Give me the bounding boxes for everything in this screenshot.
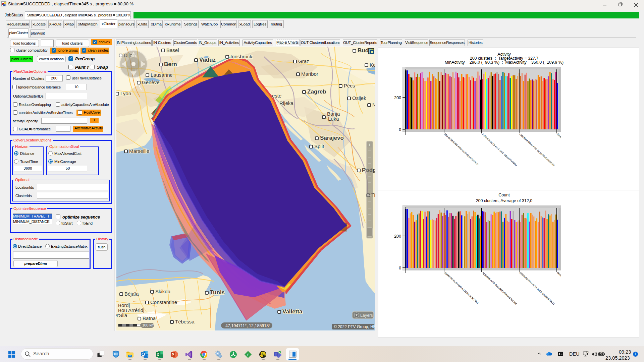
svg-text:Luka: Luka (328, 116, 339, 122)
svg-text:Marseille: Marseille (129, 148, 149, 154)
svg-text:47,194711°, 12,185918°: 47,194711°, 12,185918° (225, 323, 270, 328)
svg-text:Basel: Basel (166, 47, 179, 53)
svg-text:X: X (157, 353, 159, 357)
svg-text:c352fb4d-88ee-4711-be18-50af0e: c352fb4d-88ee-4711-be18-50af0e529b33 (519, 133, 555, 167)
svg-text:35d4878f-81d9-49fb-b138-ff1ca7: 35d4878f-81d9-49fb-b138-ff1ca79274c0 (444, 133, 479, 166)
svg-text:Split: Split (314, 143, 324, 149)
svg-text:F: F (247, 353, 249, 356)
svg-text:Tunis: Tunis (210, 289, 225, 296)
svg-text:7d3fe805-ac75-4cc1-96f1-0dbae9: 7d3fe805-ac75-4cc1-96f1-0dbae97e928d (481, 133, 518, 167)
svg-text:Rijeka: Rijeka (279, 100, 293, 106)
svg-text:Graz: Graz (298, 58, 309, 64)
svg-text:Lausanne: Lausanne (151, 72, 173, 78)
svg-text:100 km: 100 km (142, 323, 154, 327)
svg-text:c352fb4d-88ee-4711-be18-50af0e: c352fb4d-88ee-4711-be18-50af0e529b33 (519, 271, 555, 305)
svg-text:M'Sila: M'Sila (116, 312, 127, 318)
svg-text:© 2022 PTV Group, HERE: © 2022 PTV Group, HERE (334, 324, 375, 329)
svg-text:Kec: Kec (370, 62, 375, 68)
svg-text:Constantine: Constantine (150, 299, 177, 305)
svg-text:Genève: Genève (142, 79, 160, 85)
svg-text:Valletta: Valletta (282, 308, 303, 315)
svg-text:este: este (272, 93, 281, 99)
svg-text:No: No (372, 102, 375, 108)
svg-text:Béjaïa: Béjaïa (124, 291, 139, 297)
svg-text:+: + (368, 142, 371, 147)
svg-text:Bud: Bud (358, 47, 369, 54)
svg-text:Tébessa: Tébessa (175, 319, 195, 324)
svg-text:Innsbruck: Innsbruck (230, 54, 253, 59)
svg-text:f9e6007-96db-4e19-9a8d-0f7473b: f9e6007-96db-4e19-9a8d-0f7473bb0c3c (556, 271, 561, 304)
svg-text:Osijek: Osijek (352, 95, 366, 101)
svg-text:Batna: Batna (143, 315, 156, 321)
svg-text:35d4878f-81d9-49fb-b138-ff1ca7: 35d4878f-81d9-49fb-b138-ff1ca79274c0 (444, 271, 479, 304)
svg-text:T: T (275, 353, 277, 356)
svg-text:Layers: Layers (360, 313, 373, 318)
svg-text:Vaduz: Vaduz (199, 57, 216, 63)
svg-text:Skikda: Skikda (155, 289, 171, 294)
svg-text:7d3fe805-ac75-4cc1-96f1-0dbae9: 7d3fe805-ac75-4cc1-96f1-0dbae97e928d (481, 271, 518, 305)
svg-text:Pécs: Pécs (344, 83, 355, 88)
svg-text:Zagreb: Zagreb (307, 88, 326, 95)
svg-text:P: P (172, 353, 174, 357)
svg-text:Bern: Bern (164, 61, 177, 67)
svg-text:Maribor: Maribor (301, 71, 318, 77)
svg-text:f9e6007-96db-4e19-9a8d-0f7473b: f9e6007-96db-4e19-9a8d-0f7473bb0c3c (556, 133, 561, 166)
svg-text:E: E (263, 353, 265, 357)
svg-text:Sarajevo: Sarajevo (320, 135, 344, 141)
svg-text:Lyon: Lyon (120, 90, 131, 96)
